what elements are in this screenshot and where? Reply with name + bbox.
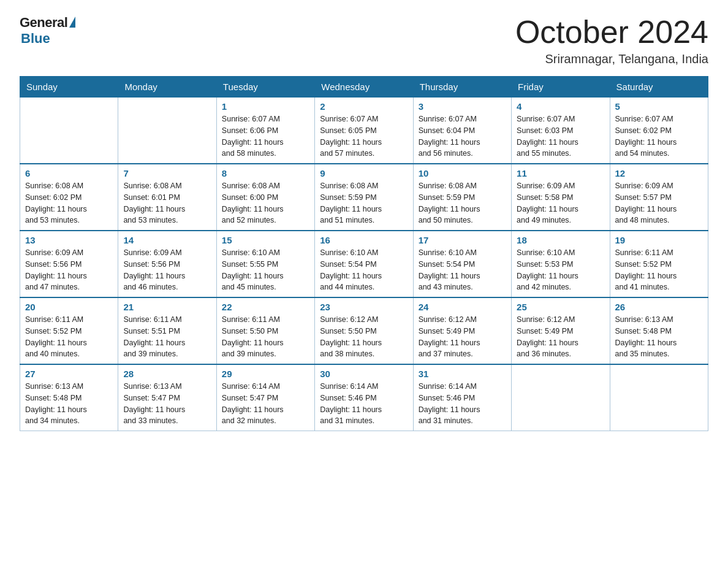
calendar-cell (512, 364, 610, 431)
day-info: Sunrise: 6:07 AM Sunset: 6:03 PM Dayligh… (517, 113, 604, 159)
day-info: Sunrise: 6:14 AM Sunset: 5:47 PM Dayligh… (222, 381, 309, 427)
day-info: Sunrise: 6:07 AM Sunset: 6:05 PM Dayligh… (320, 113, 408, 159)
calendar-cell: 27Sunrise: 6:13 AM Sunset: 5:48 PM Dayli… (20, 364, 118, 431)
day-info: Sunrise: 6:13 AM Sunset: 5:48 PM Dayligh… (25, 381, 113, 427)
header-right: October 2024 Sriramnagar, Telangana, Ind… (515, 15, 708, 66)
calendar-cell: 4Sunrise: 6:07 AM Sunset: 6:03 PM Daylig… (512, 98, 610, 164)
day-number: 11 (517, 168, 604, 178)
calendar-cell: 13Sunrise: 6:09 AM Sunset: 5:56 PM Dayli… (20, 231, 118, 297)
day-info: Sunrise: 6:10 AM Sunset: 5:54 PM Dayligh… (419, 247, 506, 293)
calendar-cell: 14Sunrise: 6:09 AM Sunset: 5:56 PM Dayli… (118, 231, 216, 297)
calendar-cell: 6Sunrise: 6:08 AM Sunset: 6:02 PM Daylig… (20, 164, 118, 231)
day-number: 30 (320, 369, 408, 379)
day-number: 24 (419, 302, 506, 312)
calendar-cell: 29Sunrise: 6:14 AM Sunset: 5:47 PM Dayli… (216, 364, 314, 431)
day-info: Sunrise: 6:11 AM Sunset: 5:52 PM Dayligh… (25, 314, 113, 360)
logo: General Blue (20, 15, 75, 47)
day-info: Sunrise: 6:09 AM Sunset: 5:57 PM Dayligh… (615, 180, 703, 226)
calendar-day-header: Wednesday (315, 77, 413, 98)
calendar-week-row: 20Sunrise: 6:11 AM Sunset: 5:52 PM Dayli… (20, 297, 708, 364)
calendar-cell: 21Sunrise: 6:11 AM Sunset: 5:51 PM Dayli… (118, 297, 216, 364)
day-number: 10 (419, 168, 506, 178)
day-number: 20 (25, 302, 113, 312)
calendar-cell (118, 98, 216, 164)
calendar-day-header: Thursday (413, 77, 511, 98)
calendar-cell: 26Sunrise: 6:13 AM Sunset: 5:48 PM Dayli… (610, 297, 708, 364)
day-info: Sunrise: 6:14 AM Sunset: 5:46 PM Dayligh… (419, 381, 506, 427)
day-number: 17 (419, 235, 506, 245)
page-header: General Blue October 2024 Sriramnagar, T… (20, 15, 708, 66)
calendar-cell: 8Sunrise: 6:08 AM Sunset: 6:00 PM Daylig… (216, 164, 314, 231)
calendar-cell (20, 98, 118, 164)
calendar-week-row: 6Sunrise: 6:08 AM Sunset: 6:02 PM Daylig… (20, 164, 708, 231)
calendar-cell: 5Sunrise: 6:07 AM Sunset: 6:02 PM Daylig… (610, 98, 708, 164)
calendar-cell: 28Sunrise: 6:13 AM Sunset: 5:47 PM Dayli… (118, 364, 216, 431)
calendar-day-header: Tuesday (216, 77, 314, 98)
calendar-day-header: Saturday (610, 77, 708, 98)
calendar-cell: 16Sunrise: 6:10 AM Sunset: 5:54 PM Dayli… (315, 231, 413, 297)
day-info: Sunrise: 6:14 AM Sunset: 5:46 PM Dayligh… (320, 381, 408, 427)
calendar-cell: 3Sunrise: 6:07 AM Sunset: 6:04 PM Daylig… (413, 98, 511, 164)
day-number: 26 (615, 302, 703, 312)
logo-triangle-icon (69, 17, 75, 28)
day-info: Sunrise: 6:07 AM Sunset: 6:06 PM Dayligh… (222, 113, 309, 159)
calendar-cell: 31Sunrise: 6:14 AM Sunset: 5:46 PM Dayli… (413, 364, 511, 431)
day-info: Sunrise: 6:08 AM Sunset: 5:59 PM Dayligh… (320, 180, 408, 226)
day-number: 7 (123, 168, 211, 178)
month-title: October 2024 (515, 15, 708, 50)
calendar-cell: 19Sunrise: 6:11 AM Sunset: 5:52 PM Dayli… (610, 231, 708, 297)
day-info: Sunrise: 6:11 AM Sunset: 5:52 PM Dayligh… (615, 247, 703, 293)
calendar-cell: 22Sunrise: 6:11 AM Sunset: 5:50 PM Dayli… (216, 297, 314, 364)
calendar-cell: 20Sunrise: 6:11 AM Sunset: 5:52 PM Dayli… (20, 297, 118, 364)
day-info: Sunrise: 6:11 AM Sunset: 5:51 PM Dayligh… (123, 314, 211, 360)
calendar-cell: 30Sunrise: 6:14 AM Sunset: 5:46 PM Dayli… (315, 364, 413, 431)
day-number: 18 (517, 235, 604, 245)
day-info: Sunrise: 6:13 AM Sunset: 5:48 PM Dayligh… (615, 314, 703, 360)
day-info: Sunrise: 6:08 AM Sunset: 6:01 PM Dayligh… (123, 180, 211, 226)
day-number: 4 (517, 101, 604, 112)
day-number: 14 (123, 235, 211, 245)
day-info: Sunrise: 6:07 AM Sunset: 6:02 PM Dayligh… (615, 113, 703, 159)
calendar-cell: 2Sunrise: 6:07 AM Sunset: 6:05 PM Daylig… (315, 98, 413, 164)
calendar-day-header: Monday (118, 77, 216, 98)
day-number: 16 (320, 235, 408, 245)
calendar-table: SundayMondayTuesdayWednesdayThursdayFrid… (20, 76, 708, 431)
day-number: 22 (222, 302, 309, 312)
day-number: 1 (222, 101, 309, 112)
calendar-cell: 10Sunrise: 6:08 AM Sunset: 5:59 PM Dayli… (413, 164, 511, 231)
day-number: 29 (222, 369, 309, 379)
day-info: Sunrise: 6:10 AM Sunset: 5:54 PM Dayligh… (320, 247, 408, 293)
day-number: 31 (419, 369, 506, 379)
day-info: Sunrise: 6:13 AM Sunset: 5:47 PM Dayligh… (123, 381, 211, 427)
day-info: Sunrise: 6:09 AM Sunset: 5:56 PM Dayligh… (123, 247, 211, 293)
day-number: 15 (222, 235, 309, 245)
day-number: 5 (615, 101, 703, 112)
calendar-cell (610, 364, 708, 431)
day-number: 19 (615, 235, 703, 245)
calendar-day-header: Friday (512, 77, 610, 98)
day-info: Sunrise: 6:08 AM Sunset: 6:02 PM Dayligh… (25, 180, 113, 226)
day-number: 23 (320, 302, 408, 312)
day-info: Sunrise: 6:12 AM Sunset: 5:50 PM Dayligh… (320, 314, 408, 360)
calendar-cell: 1Sunrise: 6:07 AM Sunset: 6:06 PM Daylig… (216, 98, 314, 164)
calendar-cell: 24Sunrise: 6:12 AM Sunset: 5:49 PM Dayli… (413, 297, 511, 364)
day-info: Sunrise: 6:12 AM Sunset: 5:49 PM Dayligh… (517, 314, 604, 360)
calendar-cell: 15Sunrise: 6:10 AM Sunset: 5:55 PM Dayli… (216, 231, 314, 297)
day-number: 9 (320, 168, 408, 178)
day-number: 25 (517, 302, 604, 312)
calendar-header-row: SundayMondayTuesdayWednesdayThursdayFrid… (20, 77, 708, 98)
day-number: 27 (25, 369, 113, 379)
day-info: Sunrise: 6:09 AM Sunset: 5:58 PM Dayligh… (517, 180, 604, 226)
day-number: 28 (123, 369, 211, 379)
day-number: 8 (222, 168, 309, 178)
day-number: 2 (320, 101, 408, 112)
calendar-cell: 23Sunrise: 6:12 AM Sunset: 5:50 PM Dayli… (315, 297, 413, 364)
calendar-week-row: 1Sunrise: 6:07 AM Sunset: 6:06 PM Daylig… (20, 98, 708, 164)
logo-general-text: General (20, 15, 67, 31)
calendar-week-row: 13Sunrise: 6:09 AM Sunset: 5:56 PM Dayli… (20, 231, 708, 297)
day-info: Sunrise: 6:08 AM Sunset: 5:59 PM Dayligh… (419, 180, 506, 226)
calendar-cell: 25Sunrise: 6:12 AM Sunset: 5:49 PM Dayli… (512, 297, 610, 364)
day-number: 21 (123, 302, 211, 312)
calendar-cell: 18Sunrise: 6:10 AM Sunset: 5:53 PM Dayli… (512, 231, 610, 297)
calendar-week-row: 27Sunrise: 6:13 AM Sunset: 5:48 PM Dayli… (20, 364, 708, 431)
